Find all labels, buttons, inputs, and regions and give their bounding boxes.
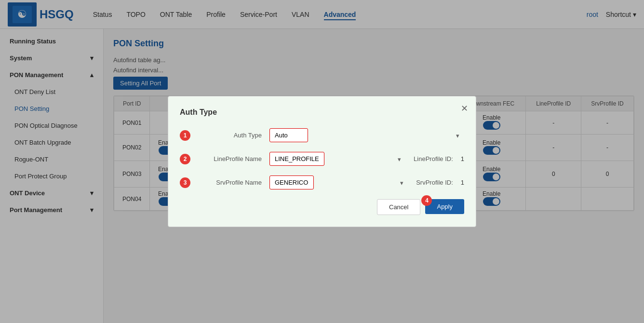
line-profile-row: 2 LineProfile Name LINE_PROFILE LineProf…	[180, 152, 464, 166]
auth-type-label: Auth Type	[194, 132, 262, 139]
line-profile-label: LineProfile Name	[194, 155, 262, 162]
srv-profile-id-value: 1	[461, 179, 464, 186]
step-2-badge: 2	[180, 154, 190, 164]
modal-close-button[interactable]: ✕	[461, 103, 468, 114]
auth-type-select[interactable]: Auto Password SN	[269, 128, 308, 142]
modal-overlay: Auth Type ✕ 1 Auth Type Auto Password SN…	[0, 0, 644, 323]
step-1-badge: 1	[180, 130, 190, 141]
srv-profile-label: SrvProfile Name	[194, 179, 262, 186]
line-profile-id-value: 1	[461, 155, 464, 162]
modal-title: Auth Type	[180, 108, 464, 117]
line-profile-select[interactable]: LINE_PROFILE	[269, 152, 324, 166]
modal-footer: Cancel 4 Apply	[180, 199, 464, 215]
apply-wrapper: 4 Apply	[425, 199, 464, 215]
srv-profile-id-label: SrvProfile ID:	[416, 179, 453, 186]
auth-type-select-wrapper: Auto Password SN	[269, 128, 464, 142]
line-profile-id-label: LineProfile ID:	[414, 155, 453, 162]
auth-type-modal: Auth Type ✕ 1 Auth Type Auto Password SN…	[168, 96, 476, 227]
cancel-button[interactable]: Cancel	[377, 199, 420, 215]
srv-profile-row: 3 SrvProfile Name GENERICO SrvProfile ID…	[180, 175, 464, 189]
auth-type-row: 1 Auth Type Auto Password SN	[180, 128, 464, 142]
srv-profile-select[interactable]: GENERICO	[269, 175, 314, 189]
step-3-badge: 3	[180, 177, 190, 188]
srv-profile-select-wrapper: GENERICO	[269, 175, 408, 189]
line-profile-select-wrapper: LINE_PROFILE	[269, 152, 406, 166]
